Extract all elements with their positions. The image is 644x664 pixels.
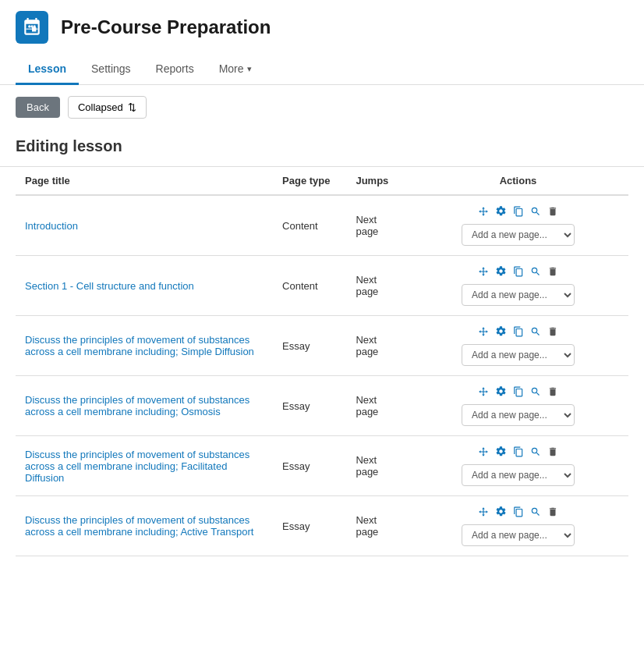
cell-page-title: Discuss the principles of movement of su… — [16, 496, 273, 556]
preview-icon[interactable] — [530, 506, 541, 520]
action-icons-group — [417, 446, 619, 460]
add-page-select[interactable]: Add a new page... — [462, 224, 575, 246]
table-row: Discuss the principles of movement of su… — [16, 436, 628, 496]
chevron-down-icon: ▾ — [247, 64, 252, 74]
add-page-select-wrap: Add a new page... — [417, 464, 619, 486]
back-button[interactable]: Back — [16, 97, 60, 118]
copy-icon[interactable] — [513, 266, 524, 279]
settings-icon[interactable] — [495, 325, 507, 339]
collapsed-button[interactable]: Collapsed ⇅ — [68, 96, 147, 119]
svg-point-2 — [34, 25, 36, 27]
copy-icon[interactable] — [513, 506, 524, 520]
cell-jumps: Next page — [346, 436, 408, 496]
settings-icon[interactable] — [495, 446, 507, 460]
tab-settings[interactable]: Settings — [79, 55, 143, 85]
delete-icon[interactable] — [547, 386, 558, 399]
page-title-link[interactable]: Discuss the principles of movement of su… — [25, 449, 249, 484]
table-row: Section 1 - Cell structure and functionC… — [16, 256, 628, 316]
move-icon[interactable] — [478, 206, 489, 219]
cell-page-type: Content — [273, 195, 346, 256]
action-icons-group — [417, 506, 619, 520]
nav-tabs: Lesson Settings Reports More ▾ — [0, 55, 644, 85]
add-page-select-wrap: Add a new page... — [417, 284, 619, 306]
settings-icon[interactable] — [495, 205, 507, 219]
table-row: Discuss the principles of movement of su… — [16, 496, 628, 556]
preview-icon[interactable] — [530, 446, 541, 460]
page-title-link[interactable]: Discuss the principles of movement of su… — [25, 394, 249, 417]
table-row: IntroductionContentNext pageAdd a new pa… — [16, 195, 628, 256]
cell-actions: Add a new page... — [408, 195, 628, 256]
move-icon[interactable] — [478, 506, 489, 520]
copy-icon[interactable] — [513, 326, 524, 339]
table-row: Discuss the principles of movement of su… — [16, 376, 628, 436]
cell-jumps: Next page — [346, 316, 408, 376]
cell-jumps: Next page — [346, 256, 408, 316]
add-page-select[interactable]: Add a new page... — [462, 284, 575, 306]
cell-page-title: Section 1 - Cell structure and function — [16, 256, 273, 316]
svg-point-0 — [28, 25, 30, 27]
delete-icon[interactable] — [547, 446, 558, 460]
svg-point-1 — [30, 25, 33, 27]
cell-page-type: Essay — [273, 316, 346, 376]
page-title-link[interactable]: Discuss the principles of movement of su… — [25, 514, 253, 538]
move-icon[interactable] — [478, 446, 489, 460]
col-header-pagetitle: Page title — [16, 167, 273, 195]
move-icon[interactable] — [478, 266, 489, 279]
cell-page-title: Discuss the principles of movement of su… — [16, 376, 273, 436]
cell-actions: Add a new page... — [408, 316, 628, 376]
add-page-select-wrap: Add a new page... — [417, 344, 619, 366]
tab-more[interactable]: More ▾ — [207, 55, 264, 85]
add-page-select[interactable]: Add a new page... — [462, 524, 575, 546]
col-header-actions: Actions — [408, 167, 628, 195]
delete-icon[interactable] — [547, 206, 558, 219]
page-title-link[interactable]: Section 1 - Cell structure and function — [25, 280, 194, 292]
cell-page-title: Discuss the principles of movement of su… — [16, 316, 273, 376]
add-page-select[interactable]: Add a new page... — [462, 464, 575, 486]
cell-page-type: Essay — [273, 376, 346, 436]
page-header: Pre-Course Preparation — [0, 0, 644, 55]
add-page-select[interactable]: Add a new page... — [462, 344, 575, 366]
copy-icon[interactable] — [513, 386, 524, 399]
settings-icon[interactable] — [495, 506, 507, 520]
settings-icon[interactable] — [495, 385, 507, 399]
section-title: Editing lesson — [0, 130, 644, 167]
preview-icon[interactable] — [530, 266, 541, 279]
lesson-table: Page title Page type Jumps Actions Intro… — [16, 167, 628, 556]
preview-icon[interactable] — [530, 206, 541, 219]
cell-page-type: Essay — [273, 496, 346, 556]
cell-jumps: Next page — [346, 195, 408, 256]
delete-icon[interactable] — [547, 266, 558, 279]
cell-actions: Add a new page... — [408, 436, 628, 496]
updown-icon: ⇅ — [128, 101, 136, 113]
cell-actions: Add a new page... — [408, 256, 628, 316]
cell-jumps: Next page — [346, 496, 408, 556]
add-page-select[interactable]: Add a new page... — [462, 404, 575, 426]
copy-icon[interactable] — [513, 206, 524, 219]
cell-page-type: Essay — [273, 436, 346, 496]
page-title-link[interactable]: Discuss the principles of movement of su… — [25, 334, 254, 357]
cell-page-title: Introduction — [16, 195, 273, 256]
move-icon[interactable] — [478, 386, 489, 399]
add-page-select-wrap: Add a new page... — [417, 224, 619, 246]
cell-actions: Add a new page... — [408, 376, 628, 436]
action-icons-group — [417, 205, 619, 219]
cell-page-type: Content — [273, 256, 346, 316]
action-icons-group — [417, 265, 619, 279]
move-icon[interactable] — [478, 326, 489, 339]
action-icons-group — [417, 325, 619, 339]
page-title-link[interactable]: Introduction — [25, 220, 78, 232]
preview-icon[interactable] — [530, 326, 541, 339]
settings-icon[interactable] — [495, 265, 507, 279]
preview-icon[interactable] — [530, 386, 541, 399]
page-title: Pre-Course Preparation — [61, 16, 271, 38]
copy-icon[interactable] — [513, 446, 524, 460]
col-header-pagetype: Page type — [273, 167, 346, 195]
cell-page-title: Discuss the principles of movement of su… — [16, 436, 273, 496]
tab-reports[interactable]: Reports — [143, 55, 207, 85]
course-icon — [16, 11, 48, 44]
tab-lesson[interactable]: Lesson — [16, 55, 79, 85]
table-row: Discuss the principles of movement of su… — [16, 316, 628, 376]
col-header-jumps: Jumps — [346, 167, 408, 195]
delete-icon[interactable] — [547, 506, 558, 520]
delete-icon[interactable] — [547, 326, 558, 339]
